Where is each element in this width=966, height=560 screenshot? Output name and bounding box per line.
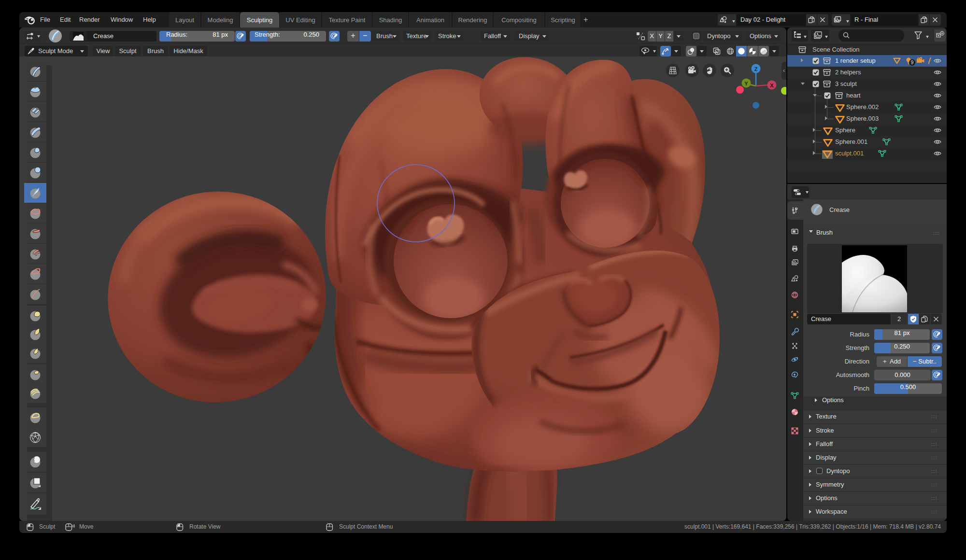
svg-text:Z: Z	[754, 66, 758, 72]
svg-text:Y: Y	[744, 81, 748, 86]
svg-text:X: X	[770, 83, 774, 88]
